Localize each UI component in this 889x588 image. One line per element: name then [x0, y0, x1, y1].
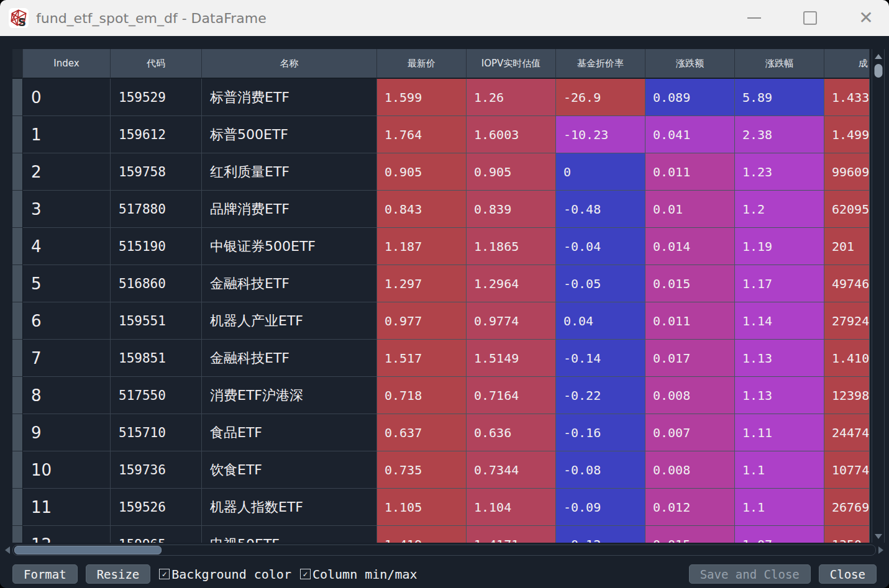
cell-value[interactable]: 1.4991 [824, 116, 870, 153]
cell-value[interactable]: 497468 [824, 265, 870, 302]
cell-name[interactable]: 消费ETF沪港深 [202, 377, 377, 414]
cell-value[interactable]: 1350 [824, 526, 870, 543]
cell-index[interactable]: 11 [23, 489, 111, 526]
cell-value[interactable]: 0.007 [645, 414, 735, 451]
cell-value[interactable]: 0.7344 [467, 451, 556, 489]
cell-value[interactable]: 0.011 [645, 153, 735, 191]
cell-value[interactable]: 0.636 [467, 414, 556, 451]
cell-value[interactable]: 1.4171 [467, 526, 556, 543]
cell-value[interactable]: 1.517 [377, 340, 467, 377]
cell-value[interactable]: -0.14 [556, 340, 645, 377]
cell-value[interactable]: 99609 [824, 153, 870, 191]
cell-name[interactable]: 电视50ETF [202, 526, 377, 543]
format-button[interactable]: Format [12, 564, 78, 584]
cell-name[interactable]: 中银证券500ETF [202, 228, 377, 265]
cell-value[interactable]: 1.2964 [467, 265, 556, 302]
cell-value[interactable]: 1.23 [735, 153, 824, 191]
row-header[interactable] [12, 377, 23, 414]
cell-index[interactable]: 9 [23, 414, 111, 451]
cell-value[interactable]: 0.977 [377, 302, 467, 340]
cell-name[interactable]: 标普消费ETF [202, 79, 377, 116]
cell-value[interactable]: 1.26 [467, 79, 556, 116]
minimize-button[interactable] [740, 4, 768, 32]
cell-value[interactable]: 0.008 [645, 377, 735, 414]
vertical-scrollbar[interactable] [872, 49, 885, 543]
cell-value[interactable]: 1.419 [377, 526, 467, 543]
cell-value[interactable]: 0.011 [645, 302, 735, 340]
cell-index[interactable]: 7 [23, 340, 111, 377]
cell-value[interactable]: 26769 [824, 489, 870, 526]
cell-value[interactable]: 2.38 [735, 116, 824, 153]
cell-value[interactable]: 0.041 [645, 116, 735, 153]
cell-value[interactable]: 1.187 [377, 228, 467, 265]
cell-value[interactable]: 1.17 [735, 265, 824, 302]
cell-code[interactable]: 159612 [111, 116, 202, 153]
cell-value[interactable]: 0.905 [377, 153, 467, 191]
cell-value[interactable]: 1.764 [377, 116, 467, 153]
cell-value[interactable]: -0.16 [556, 414, 645, 451]
column-minmax-checkbox[interactable]: ✓ Column min/max [300, 567, 417, 582]
cell-code[interactable]: 159758 [111, 153, 202, 191]
cell-name[interactable]: 金融科技ETF [202, 340, 377, 377]
cell-value[interactable]: 244740 [824, 414, 870, 451]
column-header[interactable]: 成 [824, 49, 870, 79]
cell-code[interactable]: 515710 [111, 414, 202, 451]
cell-name[interactable]: 食品ETF [202, 414, 377, 451]
cell-name[interactable]: 品牌消费ETF [202, 191, 377, 228]
cell-value[interactable]: 1.4335 [824, 79, 870, 116]
column-header-index[interactable]: Index [23, 49, 111, 79]
cell-value[interactable]: 107748 [824, 451, 870, 489]
row-header[interactable] [12, 526, 23, 543]
cell-value[interactable]: 1.5149 [467, 340, 556, 377]
column-header[interactable]: 名称 [202, 49, 377, 79]
column-header[interactable]: IOPV实时估值 [467, 49, 556, 79]
cell-index[interactable]: 0 [23, 79, 111, 116]
horizontal-scrollbar-thumb[interactable] [14, 546, 162, 554]
cell-value[interactable]: 1.13 [735, 340, 824, 377]
cell-value[interactable]: 27924 [824, 302, 870, 340]
cell-name[interactable]: 饮食ETF [202, 451, 377, 489]
cell-value[interactable]: 1.2 [735, 191, 824, 228]
cell-value[interactable]: 1.297 [377, 265, 467, 302]
cell-value[interactable]: 1.13 [735, 377, 824, 414]
cell-code[interactable]: 159526 [111, 489, 202, 526]
cell-value[interactable]: -26.9 [556, 79, 645, 116]
cell-value[interactable]: 0 [556, 153, 645, 191]
cell-value[interactable]: -0.05 [556, 265, 645, 302]
cell-code[interactable]: 517550 [111, 377, 202, 414]
cell-value[interactable]: -0.09 [556, 489, 645, 526]
row-header[interactable] [12, 414, 23, 451]
cell-value[interactable]: 0.012 [645, 489, 735, 526]
cell-value[interactable]: -10.23 [556, 116, 645, 153]
row-header[interactable] [12, 79, 23, 116]
cell-value[interactable]: 0.843 [377, 191, 467, 228]
column-header[interactable]: 涨跌幅 [735, 49, 824, 79]
cell-name[interactable]: 机器人产业ETF [202, 302, 377, 340]
column-header[interactable]: 代码 [111, 49, 202, 79]
cell-value[interactable]: 1.1865 [467, 228, 556, 265]
column-header[interactable]: 基金折价率 [556, 49, 645, 79]
cell-index[interactable]: 3 [23, 191, 111, 228]
cell-value[interactable]: 1.105 [377, 489, 467, 526]
cell-value[interactable]: 0.637 [377, 414, 467, 451]
background-color-checkbox[interactable]: ✓ Background color [159, 567, 291, 582]
column-header[interactable]: 涨跌额 [645, 49, 735, 79]
cell-value[interactable]: 0.7164 [467, 377, 556, 414]
cell-index[interactable]: 1 [23, 116, 111, 153]
scroll-left-icon[interactable] [5, 546, 10, 554]
cell-value[interactable]: 0.04 [556, 302, 645, 340]
row-header[interactable] [12, 302, 23, 340]
cell-value[interactable]: 0.014 [645, 228, 735, 265]
cell-value[interactable]: -0.08 [556, 451, 645, 489]
cell-value[interactable]: -0.04 [556, 228, 645, 265]
cell-value[interactable]: 1.1 [735, 489, 824, 526]
cell-value[interactable]: 0.015 [645, 265, 735, 302]
row-header[interactable] [12, 228, 23, 265]
column-header[interactable]: 最新价 [377, 49, 467, 79]
save-and-close-button[interactable]: Save and Close [689, 564, 811, 584]
cell-value[interactable]: 0.839 [467, 191, 556, 228]
cell-name[interactable]: 机器人指数ETF [202, 489, 377, 526]
cell-name[interactable]: 金融科技ETF [202, 265, 377, 302]
close-window-button[interactable]: ✕ [852, 4, 880, 32]
cell-value[interactable]: 0.718 [377, 377, 467, 414]
